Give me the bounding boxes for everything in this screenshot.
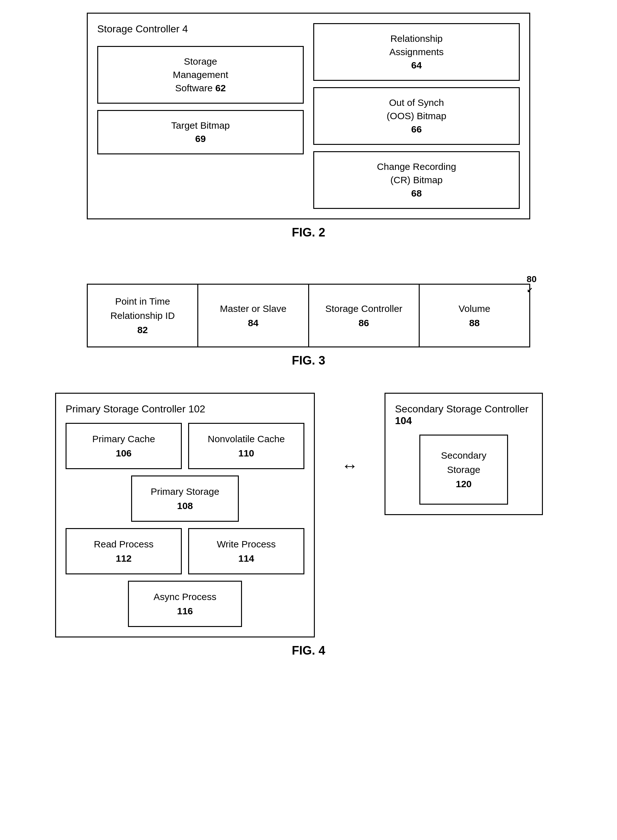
fig3-section: 80 ↙ Point in TimeRelationship ID82 Mast… — [87, 265, 530, 383]
fig2-right-panel: RelationshipAssignments64 Out of Synch(O… — [313, 23, 520, 209]
col-storage-controller: Storage Controller86 — [308, 284, 419, 347]
relationship-assignments-box: RelationshipAssignments64 — [313, 23, 520, 81]
col-master-or-slave: Master or Slave84 — [198, 284, 308, 347]
fig4-process-row: Read Process 112 Write Process 114 — [66, 528, 304, 574]
fig3-ref-number: 80 ↙ — [527, 274, 537, 294]
secondary-controller-title: Secondary Storage Controller 104 — [395, 403, 533, 427]
oos-bitmap-label: Out of Synch(OOS) Bitmap66 — [387, 97, 446, 135]
storage-management-label: StorageManagementSoftware 62 — [173, 56, 228, 93]
fig3-table: Point in TimeRelationship ID82 Master or… — [87, 284, 530, 348]
fig2-left-panel: Storage Controller 4 StorageManagementSo… — [97, 23, 304, 209]
fig3-header-row: Point in TimeRelationship ID82 Master or… — [87, 284, 530, 347]
async-process-box: Async Process 116 — [128, 581, 242, 627]
write-process-box: Write Process 114 — [188, 528, 304, 574]
fig4-cache-row: Primary Cache 106 Nonvolatile Cache 110 — [66, 423, 304, 469]
nonvolatile-cache-box: Nonvolatile Cache 110 — [188, 423, 304, 469]
primary-cache-box: Primary Cache 106 — [66, 423, 182, 469]
primary-storage-box: Primary Storage 108 — [131, 475, 239, 522]
relationship-assignments-label: RelationshipAssignments64 — [389, 33, 444, 70]
target-bitmap-box: Target Bitmap69 — [97, 110, 304, 154]
fig2-outer-box: Storage Controller 4 StorageManagementSo… — [87, 13, 530, 219]
fig2-label: FIG. 2 — [87, 226, 530, 239]
cr-bitmap-label: Change Recording(CR) Bitmap68 — [377, 161, 456, 198]
col-volume: Volume88 — [419, 284, 530, 347]
bidirectional-arrow: ↔ — [334, 456, 366, 475]
fig2-section: Storage Controller 4 StorageManagementSo… — [87, 13, 530, 255]
read-process-box: Read Process 112 — [66, 528, 182, 574]
fig4-label: FIG. 4 — [55, 644, 562, 657]
storage-controller-title: Storage Controller 4 — [97, 23, 304, 35]
secondary-storage-box: SecondaryStorage120 — [419, 435, 508, 504]
fig4-row: Primary Storage Controller 102 Primary C… — [55, 393, 562, 637]
storage-management-box: StorageManagementSoftware 62 — [97, 46, 304, 104]
fig3-label: FIG. 3 — [87, 354, 530, 367]
fig4-section: Primary Storage Controller 102 Primary C… — [55, 393, 562, 673]
cr-bitmap-box: Change Recording(CR) Bitmap68 — [313, 151, 520, 209]
col-pit-relationship-id: Point in TimeRelationship ID82 — [87, 284, 198, 347]
primary-storage-controller-box: Primary Storage Controller 102 Primary C… — [55, 393, 315, 637]
primary-controller-title: Primary Storage Controller 102 — [66, 403, 304, 415]
oos-bitmap-box: Out of Synch(OOS) Bitmap66 — [313, 87, 520, 145]
target-bitmap-label: Target Bitmap69 — [171, 120, 230, 144]
secondary-storage-controller-box: Secondary Storage Controller 104 Seconda… — [385, 393, 543, 515]
